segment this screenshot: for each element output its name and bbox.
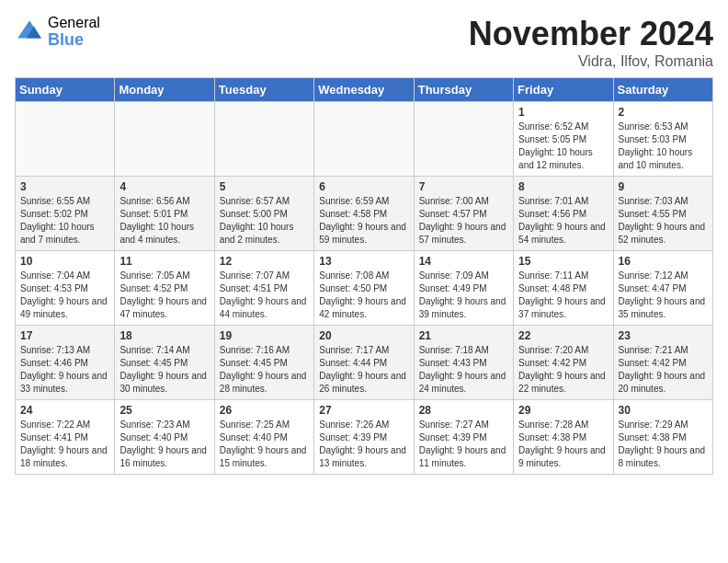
- calendar-table: SundayMondayTuesdayWednesdayThursdayFrid…: [15, 77, 713, 475]
- day-info: Sunrise: 7:27 AM Sunset: 4:39 PM Dayligh…: [419, 419, 508, 470]
- day-cell: 10Sunrise: 7:04 AM Sunset: 4:53 PM Dayli…: [16, 251, 115, 326]
- day-cell: 6Sunrise: 6:59 AM Sunset: 4:58 PM Daylig…: [314, 177, 414, 251]
- logo: General Blue: [15, 15, 100, 49]
- weekday-header-monday: Monday: [115, 78, 214, 102]
- week-row-4: 17Sunrise: 7:13 AM Sunset: 4:46 PM Dayli…: [16, 326, 713, 400]
- day-number: 13: [319, 255, 408, 268]
- day-info: Sunrise: 7:21 AM Sunset: 4:42 PM Dayligh…: [619, 344, 708, 396]
- day-number: 19: [220, 329, 309, 342]
- day-cell: 12Sunrise: 7:07 AM Sunset: 4:51 PM Dayli…: [214, 251, 313, 326]
- day-number: 22: [518, 329, 608, 342]
- day-cell: [414, 102, 513, 177]
- week-row-2: 3Sunrise: 6:55 AM Sunset: 5:02 PM Daylig…: [16, 177, 713, 251]
- day-info: Sunrise: 7:29 AM Sunset: 4:38 PM Dayligh…: [619, 419, 708, 470]
- day-number: 16: [619, 255, 708, 268]
- day-info: Sunrise: 7:07 AM Sunset: 4:51 PM Dayligh…: [220, 270, 309, 321]
- day-info: Sunrise: 6:55 AM Sunset: 5:02 PM Dayligh…: [20, 195, 109, 247]
- day-info: Sunrise: 7:03 AM Sunset: 4:55 PM Dayligh…: [619, 195, 708, 247]
- day-cell: 27Sunrise: 7:26 AM Sunset: 4:39 PM Dayli…: [314, 400, 414, 475]
- day-cell: 17Sunrise: 7:13 AM Sunset: 4:46 PM Dayli…: [16, 326, 115, 400]
- day-number: 14: [419, 255, 508, 268]
- weekday-header-wednesday: Wednesday: [314, 78, 414, 102]
- day-cell: 14Sunrise: 7:09 AM Sunset: 4:49 PM Dayli…: [414, 251, 513, 326]
- day-cell: 30Sunrise: 7:29 AM Sunset: 4:38 PM Dayli…: [613, 400, 712, 475]
- day-info: Sunrise: 7:18 AM Sunset: 4:43 PM Dayligh…: [419, 344, 508, 396]
- day-info: Sunrise: 7:25 AM Sunset: 4:40 PM Dayligh…: [220, 419, 309, 470]
- day-number: 5: [220, 180, 309, 193]
- day-cell: 1Sunrise: 6:52 AM Sunset: 5:05 PM Daylig…: [514, 102, 613, 177]
- header-row: SundayMondayTuesdayWednesdayThursdayFrid…: [16, 78, 713, 102]
- day-info: Sunrise: 7:20 AM Sunset: 4:42 PM Dayligh…: [518, 344, 608, 396]
- month-title: November 2024: [469, 15, 713, 53]
- day-number: 8: [518, 180, 608, 193]
- day-number: 6: [319, 180, 408, 193]
- day-cell: [115, 102, 214, 177]
- day-info: Sunrise: 7:08 AM Sunset: 4:50 PM Dayligh…: [319, 270, 408, 321]
- day-cell: 23Sunrise: 7:21 AM Sunset: 4:42 PM Dayli…: [613, 326, 712, 400]
- week-row-5: 24Sunrise: 7:22 AM Sunset: 4:41 PM Dayli…: [16, 400, 713, 475]
- day-number: 1: [518, 106, 608, 119]
- day-number: 3: [20, 180, 109, 193]
- day-number: 2: [619, 106, 708, 119]
- weekday-header-saturday: Saturday: [613, 78, 712, 102]
- day-number: 30: [619, 404, 708, 417]
- day-cell: 18Sunrise: 7:14 AM Sunset: 4:45 PM Dayli…: [115, 326, 214, 400]
- day-cell: 26Sunrise: 7:25 AM Sunset: 4:40 PM Dayli…: [214, 400, 313, 475]
- day-info: Sunrise: 7:00 AM Sunset: 4:57 PM Dayligh…: [419, 195, 508, 247]
- day-cell: 5Sunrise: 6:57 AM Sunset: 5:00 PM Daylig…: [214, 177, 313, 251]
- day-cell: 21Sunrise: 7:18 AM Sunset: 4:43 PM Dayli…: [414, 326, 513, 400]
- day-info: Sunrise: 7:28 AM Sunset: 4:38 PM Dayligh…: [518, 419, 608, 470]
- day-number: 18: [119, 329, 209, 342]
- weekday-header-sunday: Sunday: [16, 78, 115, 102]
- day-info: Sunrise: 7:11 AM Sunset: 4:48 PM Dayligh…: [518, 270, 608, 321]
- day-info: Sunrise: 7:17 AM Sunset: 4:44 PM Dayligh…: [319, 344, 408, 396]
- day-info: Sunrise: 7:01 AM Sunset: 4:56 PM Dayligh…: [518, 195, 608, 247]
- day-info: Sunrise: 6:52 AM Sunset: 5:05 PM Dayligh…: [518, 121, 608, 172]
- page-header: General Blue November 2024 Vidra, Ilfov,…: [15, 15, 713, 70]
- day-cell: 4Sunrise: 6:56 AM Sunset: 5:01 PM Daylig…: [115, 177, 214, 251]
- day-info: Sunrise: 7:26 AM Sunset: 4:39 PM Dayligh…: [319, 419, 408, 470]
- week-row-1: 1Sunrise: 6:52 AM Sunset: 5:05 PM Daylig…: [16, 102, 713, 177]
- day-cell: 28Sunrise: 7:27 AM Sunset: 4:39 PM Dayli…: [414, 400, 513, 475]
- day-number: 26: [220, 404, 309, 417]
- day-cell: 13Sunrise: 7:08 AM Sunset: 4:50 PM Dayli…: [314, 251, 414, 326]
- day-cell: 16Sunrise: 7:12 AM Sunset: 4:47 PM Dayli…: [613, 251, 712, 326]
- day-cell: 25Sunrise: 7:23 AM Sunset: 4:40 PM Dayli…: [115, 400, 214, 475]
- day-info: Sunrise: 7:04 AM Sunset: 4:53 PM Dayligh…: [20, 270, 109, 321]
- day-info: Sunrise: 6:56 AM Sunset: 5:01 PM Dayligh…: [119, 195, 209, 247]
- logo-blue: Blue: [48, 31, 100, 50]
- day-info: Sunrise: 6:53 AM Sunset: 5:03 PM Dayligh…: [619, 121, 708, 172]
- day-number: 4: [119, 180, 209, 193]
- calendar-body: 1Sunrise: 6:52 AM Sunset: 5:05 PM Daylig…: [16, 102, 713, 475]
- day-cell: 2Sunrise: 6:53 AM Sunset: 5:03 PM Daylig…: [613, 102, 712, 177]
- calendar-header: SundayMondayTuesdayWednesdayThursdayFrid…: [16, 78, 713, 102]
- day-info: Sunrise: 6:57 AM Sunset: 5:00 PM Dayligh…: [220, 195, 309, 247]
- day-number: 24: [20, 404, 109, 417]
- title-block: November 2024 Vidra, Ilfov, Romania: [469, 15, 713, 70]
- day-cell: 20Sunrise: 7:17 AM Sunset: 4:44 PM Dayli…: [314, 326, 414, 400]
- day-cell: 7Sunrise: 7:00 AM Sunset: 4:57 PM Daylig…: [414, 177, 513, 251]
- day-cell: 9Sunrise: 7:03 AM Sunset: 4:55 PM Daylig…: [613, 177, 712, 251]
- day-cell: 8Sunrise: 7:01 AM Sunset: 4:56 PM Daylig…: [514, 177, 613, 251]
- day-cell: 29Sunrise: 7:28 AM Sunset: 4:38 PM Dayli…: [514, 400, 613, 475]
- day-number: 29: [518, 404, 608, 417]
- day-info: Sunrise: 7:12 AM Sunset: 4:47 PM Dayligh…: [619, 270, 708, 321]
- day-info: Sunrise: 7:23 AM Sunset: 4:40 PM Dayligh…: [119, 419, 209, 470]
- day-number: 27: [319, 404, 408, 417]
- day-number: 17: [20, 329, 109, 342]
- weekday-header-tuesday: Tuesday: [214, 78, 313, 102]
- day-cell: [214, 102, 313, 177]
- day-number: 25: [119, 404, 209, 417]
- day-info: Sunrise: 6:59 AM Sunset: 4:58 PM Dayligh…: [319, 195, 408, 247]
- day-number: 20: [319, 329, 408, 342]
- logo-general: General: [48, 15, 100, 31]
- day-number: 9: [619, 180, 708, 193]
- day-number: 23: [619, 329, 708, 342]
- day-info: Sunrise: 7:05 AM Sunset: 4:52 PM Dayligh…: [119, 270, 209, 321]
- day-number: 7: [419, 180, 508, 193]
- day-number: 10: [20, 255, 109, 268]
- day-info: Sunrise: 7:09 AM Sunset: 4:49 PM Dayligh…: [419, 270, 508, 321]
- day-cell: 19Sunrise: 7:16 AM Sunset: 4:45 PM Dayli…: [214, 326, 313, 400]
- weekday-header-thursday: Thursday: [414, 78, 513, 102]
- day-cell: 22Sunrise: 7:20 AM Sunset: 4:42 PM Dayli…: [514, 326, 613, 400]
